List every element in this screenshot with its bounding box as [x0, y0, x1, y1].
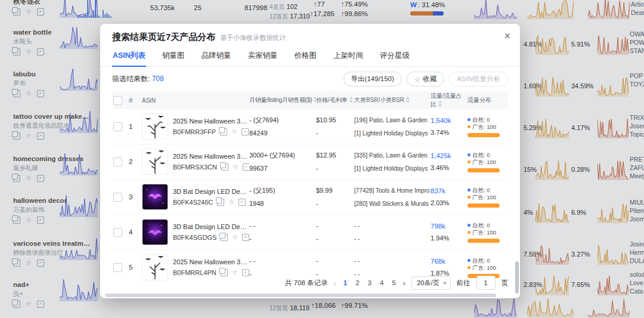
sort-icon[interactable]	[406, 97, 410, 103]
copy-icon[interactable]	[221, 234, 228, 241]
share-icon[interactable]	[243, 163, 249, 171]
asin-code[interactable]: B0FK4SGDGS	[173, 234, 216, 241]
horizontal-scrollbar[interactable]	[105, 294, 496, 297]
margin: -	[316, 199, 354, 208]
col-price[interactable]: 价格/毛利率	[316, 96, 354, 104]
copy-icon[interactable]	[221, 163, 228, 171]
favorite-button[interactable]: ☆收藏	[407, 72, 444, 87]
close-icon[interactable]: ×	[504, 30, 510, 41]
ad-value: 广告: 100	[472, 264, 496, 271]
table-row: 1 2025 New Halloween 3D Lighted… B0FMRR3…	[112, 109, 508, 144]
traffic-distribution-bar	[467, 133, 500, 137]
asin-code[interactable]: B0FMRSX3CN	[173, 163, 217, 171]
col-index: #	[129, 97, 142, 104]
copy-icon[interactable]	[217, 199, 224, 206]
bsr-main: - -	[354, 222, 431, 230]
product-image[interactable]	[142, 149, 168, 175]
ad-dot	[467, 160, 470, 163]
tab-launch-time[interactable]: 上架时间	[333, 48, 364, 66]
price: $12.95	[316, 151, 354, 159]
table-row: 4 3D Bat Design LED Decoration - … B0FK4…	[112, 215, 508, 250]
page-2[interactable]: 2	[354, 279, 360, 286]
select-all-checkbox[interactable]	[113, 96, 122, 105]
natural-value: 自然: 0	[472, 257, 490, 264]
star-icon[interactable]	[232, 234, 238, 240]
next-page-icon[interactable]: ›	[403, 279, 405, 288]
copy-icon[interactable]	[220, 128, 227, 135]
traffic-link[interactable]: 1,425k	[431, 152, 467, 159]
share-icon[interactable]	[239, 199, 246, 206]
traffic-link[interactable]: 1,540k	[431, 117, 467, 124]
star-icon: ☆	[414, 75, 420, 84]
sort-icon[interactable]	[438, 101, 442, 107]
row-index: 5	[129, 264, 142, 271]
product-title[interactable]: 2025 New Halloween 3D Lighted…	[173, 153, 249, 160]
monthly-revenue: 84249	[249, 129, 316, 137]
page-size-select[interactable]: 20条/页	[411, 276, 450, 290]
goto-page-input[interactable]	[476, 276, 496, 290]
product-title[interactable]: 2025 New Halloween 3D Lighted…	[173, 258, 249, 265]
ad-dot	[467, 266, 470, 269]
batch-analyze-button[interactable]: ASIN批量分析	[449, 72, 508, 87]
export-button[interactable]: 导出(149/150)	[343, 72, 402, 87]
vertical-scrollbar[interactable]	[515, 261, 519, 294]
tab-asin-list[interactable]: ASIN列表	[112, 48, 146, 67]
page-5[interactable]: 5	[391, 279, 397, 286]
monthly-sales: 3000+ (父7694)	[249, 151, 316, 159]
tab-sales-chart[interactable]: 销量图	[162, 48, 185, 66]
product-image[interactable]	[142, 113, 168, 140]
share-icon[interactable]	[242, 128, 249, 135]
bsr-sub: [1] Lighted Holiday Displays	[354, 165, 431, 172]
sort-icon[interactable]	[314, 97, 316, 103]
prev-page-icon[interactable]: ‹	[333, 279, 336, 288]
row-checkbox[interactable]	[113, 158, 122, 166]
star-icon[interactable]	[233, 164, 239, 170]
natural-value: 自然: 0	[472, 116, 490, 124]
row-checkbox[interactable]	[113, 193, 122, 202]
bsr-main: [77428] Tools & Home Impro…	[354, 187, 431, 194]
product-title[interactable]: 3D Bat Design LED Decoration - …	[173, 188, 249, 195]
bsr-sub: [1] Lighted Holiday Displays	[354, 129, 431, 137]
modal-subtitle: 基于小海收录数据统计	[220, 33, 286, 42]
product-image[interactable]	[142, 219, 168, 245]
col-distribution: 流量分布	[467, 96, 507, 104]
row-index: 3	[129, 193, 142, 200]
ad-value: 广告: 100	[472, 229, 496, 236]
product-title[interactable]: 3D Bat Design LED Decoration - …	[173, 223, 249, 230]
asin-distribution-modal: 搜索结果页近7天产品分布 基于小海收录数据统计 × ASIN列表 销量图 品牌销…	[100, 24, 520, 298]
col-bsr[interactable]: 大类BSR/小类BSR	[354, 96, 431, 104]
col-traffic[interactable]: 流量/流量占比	[431, 92, 467, 109]
star-icon[interactable]	[228, 199, 234, 205]
margin: -	[316, 164, 354, 172]
row-checkbox[interactable]	[113, 263, 122, 272]
traffic-link[interactable]: 768k	[431, 258, 467, 265]
page-3[interactable]: 3	[367, 279, 373, 286]
star-icon[interactable]	[232, 270, 238, 276]
traffic-link[interactable]: 798k	[431, 223, 467, 230]
goto-label: 前往	[457, 279, 470, 288]
ad-dot	[467, 125, 470, 128]
page-1[interactable]: 1	[342, 279, 348, 286]
tab-brand-sales[interactable]: 品牌销量	[200, 48, 231, 66]
natural-value: 自然: 0	[472, 222, 490, 229]
tab-seller-sales[interactable]: 卖家销量	[247, 48, 278, 66]
row-checkbox[interactable]	[113, 122, 122, 131]
asin-code[interactable]: B0FK4S246C	[173, 199, 213, 206]
page-4[interactable]: 4	[379, 279, 385, 286]
share-icon[interactable]	[242, 234, 249, 241]
product-image[interactable]	[142, 184, 168, 210]
product-title[interactable]: 2025 New Halloween 3D Lighted…	[173, 118, 249, 125]
tab-rating[interactable]: 评分星级	[379, 48, 410, 66]
row-checkbox[interactable]	[113, 228, 122, 237]
traffic-distribution-bar	[467, 203, 500, 208]
tab-price-chart[interactable]: 价格图	[293, 48, 317, 66]
star-icon[interactable]	[231, 129, 237, 135]
col-sales[interactable]: 月销量/listing月销售额($)	[249, 96, 316, 104]
asin-code[interactable]: B0FMRR3FFP	[173, 128, 216, 135]
ad-dot	[467, 231, 470, 234]
natural-value: 自然: 0	[472, 187, 490, 194]
monthly-sales: - (父195)	[249, 186, 316, 194]
sort-icon[interactable]	[349, 97, 354, 103]
filter-count-value[interactable]: 708	[152, 75, 164, 83]
traffic-link[interactable]: 837k	[431, 187, 467, 194]
